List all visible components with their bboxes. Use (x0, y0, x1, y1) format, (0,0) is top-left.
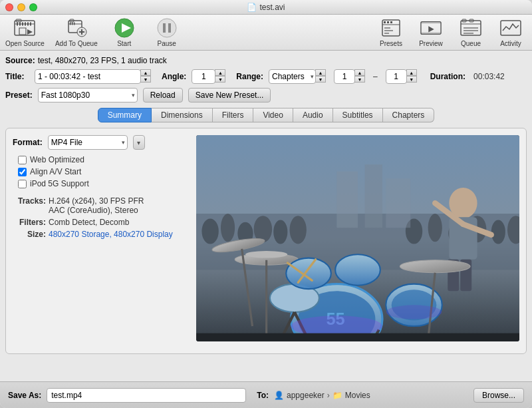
svg-rect-27 (390, 21, 392, 23)
angle-stepper-up[interactable]: ▲ (215, 69, 225, 76)
range-dash: – (373, 72, 378, 81)
range-to-stepper-up[interactable]: ▲ (406, 69, 417, 76)
title-row: Title: ▲ ▼ Angle: ▲ ▼ Range: (5, 69, 527, 84)
svg-point-47 (221, 214, 235, 242)
angle-stepper[interactable]: ▲ ▼ (215, 69, 225, 84)
pause-button[interactable]: Pause (151, 17, 183, 47)
range-type-wrap: Chapters Seconds Frames ▲ ▼ (269, 69, 326, 84)
title-stepper-up[interactable]: ▲ (140, 69, 151, 76)
format-select-wrap[interactable]: MP4 File MKV File WebM File (48, 135, 128, 150)
range-type-stepper-up[interactable]: ▲ (315, 69, 326, 76)
open-source-button[interactable]: Open Source (5, 17, 45, 47)
svg-rect-13 (72, 23, 73, 25)
range-to-stepper-down[interactable]: ▼ (406, 76, 417, 83)
path-folder: Movies (345, 391, 370, 400)
tab-audio[interactable]: Audio (293, 108, 333, 122)
angle-stepper-down[interactable]: ▼ (215, 76, 225, 83)
size-key: Size: (13, 230, 46, 239)
svg-point-89 (386, 305, 442, 319)
svg-point-77 (400, 260, 470, 273)
preset-select-wrap[interactable]: Fast 1080p30 HQ 1080p30 Surround Super H… (38, 88, 138, 102)
align-av-label[interactable]: Align A/V Start (30, 167, 81, 176)
save-new-preset-button[interactable]: Save New Preset... (188, 88, 271, 102)
activity-button[interactable]: Activity (495, 17, 527, 47)
preview-button[interactable]: Preview (415, 17, 447, 47)
preview-svg: 55 (196, 135, 519, 341)
ipod-checkbox[interactable] (18, 180, 27, 188)
range-type-select[interactable]: Chapters Seconds Frames (269, 69, 316, 84)
preview-image: 55 (196, 135, 519, 341)
browse-button[interactable]: Browse... (473, 388, 524, 403)
range-from-wrap: ▲ ▼ (334, 69, 365, 84)
range-type-stepper-down[interactable]: ▼ (315, 76, 326, 83)
web-optimized-row: Web Optimized (18, 155, 186, 164)
title-stepper[interactable]: ▲ ▼ (140, 69, 151, 84)
tracks-row: Tracks: H.264 (x264), 30 FPS PFR AAC (Co… (13, 196, 186, 215)
svg-rect-64 (336, 172, 358, 228)
web-optimized-label[interactable]: Web Optimized (30, 155, 84, 164)
range-from-stepper-up[interactable]: ▲ (354, 69, 365, 76)
file-icon: 📄 (247, 3, 257, 12)
presets-icon (380, 17, 402, 39)
maximize-button[interactable] (29, 3, 37, 11)
range-type-stepper[interactable]: ▲ ▼ (315, 69, 326, 84)
range-from-stepper-down[interactable]: ▼ (354, 76, 365, 83)
ipod-label[interactable]: iPod 5G Support (30, 179, 89, 188)
svg-rect-66 (386, 178, 410, 228)
svg-rect-12 (70, 23, 71, 25)
tab-summary[interactable]: Summary (98, 108, 152, 122)
svg-point-51 (290, 216, 307, 244)
align-av-checkbox[interactable] (18, 168, 27, 176)
activity-icon (500, 17, 521, 39)
window-controls[interactable] (5, 3, 37, 11)
format-stepper[interactable]: ▾ (133, 135, 145, 150)
tab-dimensions[interactable]: Dimensions (152, 108, 213, 122)
tabs-bar: Summary Dimensions Filters Video Audio S… (5, 108, 527, 122)
summary-left-panel: Format: MP4 File MKV File WebM File ▾ We… (13, 135, 186, 347)
toolbar-left: Open Source A (5, 17, 183, 47)
path-user-icon: 👤 (274, 391, 284, 400)
pause-label: Pause (158, 40, 176, 47)
minimize-button[interactable] (17, 3, 25, 11)
pause-icon (156, 17, 178, 39)
titlebar: 📄 test.avi (0, 0, 532, 15)
presets-label: Presets (380, 40, 402, 47)
svg-rect-32 (421, 22, 441, 24)
tab-video[interactable]: Video (253, 108, 293, 122)
tab-subtitles[interactable]: Subtitles (333, 108, 383, 122)
svg-rect-26 (387, 21, 389, 23)
angle-label: Angle: (162, 72, 186, 81)
start-icon (114, 17, 135, 39)
web-optimized-checkbox[interactable] (18, 156, 27, 164)
queue-button[interactable]: Queue (455, 17, 487, 47)
close-button[interactable] (5, 3, 13, 11)
range-from-input[interactable] (334, 69, 355, 84)
title-input[interactable] (35, 69, 141, 84)
svg-point-81 (286, 258, 331, 289)
svg-rect-6 (25, 23, 26, 26)
reload-button[interactable]: Reload (143, 88, 183, 102)
preset-select[interactable]: Fast 1080p30 HQ 1080p30 Surround Super H… (38, 88, 138, 102)
svg-rect-14 (74, 23, 75, 25)
range-from-stepper[interactable]: ▲ ▼ (354, 69, 365, 84)
tab-chapters[interactable]: Chapters (383, 108, 435, 122)
start-button[interactable]: Start (108, 17, 140, 47)
title-stepper-down[interactable]: ▼ (140, 76, 151, 83)
svg-rect-3 (17, 23, 18, 26)
range-type-select-wrap[interactable]: Chapters Seconds Frames (269, 69, 316, 84)
bottom-bar: Save As: To: 👤 appgeeker › 📁 Movies Brow… (0, 381, 532, 408)
toolbar-right: Presets Preview (375, 17, 527, 47)
svg-rect-33 (421, 33, 441, 35)
title-stepper-wrap: ▲ ▼ (35, 69, 151, 84)
svg-rect-4 (19, 23, 21, 26)
add-to-queue-button[interactable]: Add To Queue (55, 17, 98, 47)
format-select[interactable]: MP4 File MKV File WebM File (48, 135, 128, 150)
size-val[interactable]: 480x270 Storage, 480x270 Display (49, 230, 173, 239)
save-as-input[interactable] (47, 388, 246, 403)
svg-point-53 (428, 214, 442, 242)
presets-button[interactable]: Presets (375, 17, 407, 47)
range-to-stepper[interactable]: ▲ ▼ (406, 69, 417, 84)
range-to-input[interactable] (386, 69, 407, 84)
tab-filters[interactable]: Filters (213, 108, 254, 122)
angle-input[interactable] (192, 69, 215, 84)
